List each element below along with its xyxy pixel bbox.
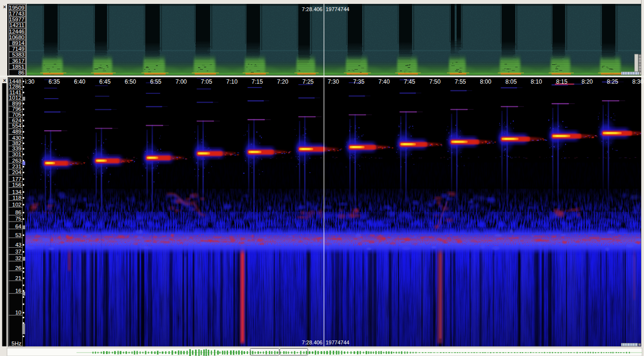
svg-text:64: 64 xyxy=(15,223,21,229)
svg-text:16: 16 xyxy=(15,288,21,294)
svg-text:177: 177 xyxy=(12,176,21,182)
svg-text:1448: 1448 xyxy=(9,78,22,84)
svg-text:1286: 1286 xyxy=(9,84,22,89)
svg-text:86: 86 xyxy=(18,70,25,75)
svg-text:8:10: 8:10 xyxy=(531,78,542,85)
svg-text:5Hz: 5Hz xyxy=(12,341,22,346)
svg-text:6:45: 6:45 xyxy=(99,78,111,85)
svg-text:37: 37 xyxy=(15,249,21,254)
svg-text:6:35: 6:35 xyxy=(48,78,60,85)
svg-text:6:50: 6:50 xyxy=(125,78,137,85)
svg-text:8914: 8914 xyxy=(12,40,25,46)
svg-text:263: 263 xyxy=(12,158,21,163)
svg-text:8:05: 8:05 xyxy=(506,78,517,85)
svg-text:156: 156 xyxy=(12,182,21,188)
svg-text:5383: 5383 xyxy=(12,52,25,58)
svg-text:7149: 7149 xyxy=(12,46,25,52)
svg-text:10680: 10680 xyxy=(9,34,25,40)
svg-text:8:25: 8:25 xyxy=(607,78,618,85)
svg-text:7:20: 7:20 xyxy=(277,78,289,85)
svg-text:14211: 14211 xyxy=(9,22,24,28)
svg-text:1012: 1012 xyxy=(9,95,22,101)
svg-text:19774744: 19774744 xyxy=(326,340,350,345)
svg-text:489: 489 xyxy=(12,129,21,134)
svg-text:7:30: 7:30 xyxy=(328,78,339,85)
svg-text:32: 32 xyxy=(15,255,21,261)
svg-text:339: 339 xyxy=(12,146,21,151)
svg-text:7:05: 7:05 xyxy=(201,78,213,85)
svg-text:1851: 1851 xyxy=(12,64,25,70)
svg-text:53: 53 xyxy=(15,232,21,238)
svg-text:7:40: 7:40 xyxy=(379,78,390,85)
svg-text:134: 134 xyxy=(12,189,22,195)
svg-text:43: 43 xyxy=(15,242,21,248)
svg-text:7:45: 7:45 xyxy=(404,78,415,85)
svg-text:554: 554 xyxy=(12,123,22,129)
svg-text:8:15: 8:15 xyxy=(556,78,568,85)
svg-text:17743: 17743 xyxy=(9,11,25,16)
svg-text:×: × xyxy=(3,4,6,10)
svg-text:10: 10 xyxy=(15,310,21,315)
svg-text:3617: 3617 xyxy=(12,58,25,64)
svg-text:624: 624 xyxy=(12,118,22,123)
svg-text:7:28.406: 7:28.406 xyxy=(302,6,322,12)
svg-text:7:10: 7:10 xyxy=(226,78,238,85)
svg-text:705: 705 xyxy=(12,112,21,118)
svg-text:21: 21 xyxy=(15,275,21,281)
svg-text:899: 899 xyxy=(12,101,21,106)
svg-text:231: 231 xyxy=(12,163,21,169)
svg-text:7:35: 7:35 xyxy=(353,78,365,85)
svg-text:382: 382 xyxy=(12,140,21,146)
svg-text:8:30: 8:30 xyxy=(632,78,644,85)
svg-text:×: × xyxy=(3,77,6,83)
svg-text:102: 102 xyxy=(12,202,21,208)
svg-text:12446: 12446 xyxy=(9,29,25,34)
svg-text:75: 75 xyxy=(15,216,21,222)
svg-text:204: 204 xyxy=(12,169,22,175)
svg-text:1141: 1141 xyxy=(9,89,21,95)
svg-text:6:55: 6:55 xyxy=(150,78,162,85)
svg-text:7:00: 7:00 xyxy=(175,78,187,85)
svg-text:7:28.406: 7:28.406 xyxy=(302,340,322,345)
svg-text:8:00: 8:00 xyxy=(480,78,491,85)
svg-text:19774744: 19774744 xyxy=(326,6,350,12)
svg-text:26: 26 xyxy=(15,265,21,271)
svg-text:301: 301 xyxy=(12,151,21,157)
svg-text:118: 118 xyxy=(13,195,21,201)
svg-text:796: 796 xyxy=(12,106,21,112)
svg-text:6:40: 6:40 xyxy=(74,78,86,85)
svg-text:430: 430 xyxy=(12,135,21,141)
svg-text:7:25: 7:25 xyxy=(302,78,314,85)
svg-text:8:20: 8:20 xyxy=(582,78,593,85)
svg-text:7:50: 7:50 xyxy=(429,78,441,85)
svg-text:19509: 19509 xyxy=(9,5,25,11)
svg-text:86: 86 xyxy=(15,209,21,215)
svg-text:15977: 15977 xyxy=(9,16,25,22)
svg-text:7:15: 7:15 xyxy=(252,78,263,85)
svg-text:7:55: 7:55 xyxy=(455,78,466,85)
